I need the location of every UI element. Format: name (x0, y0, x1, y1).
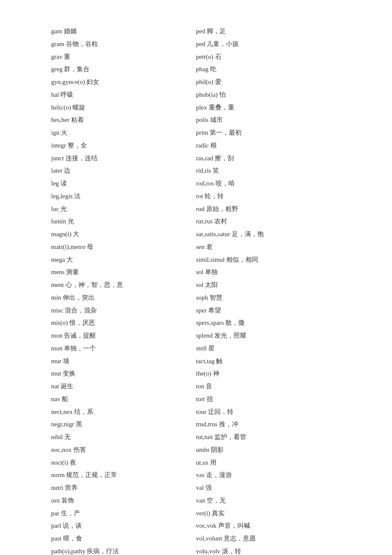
list-item: sen 老 (196, 241, 341, 253)
list-item: phil(o) 爱 (196, 76, 341, 88)
list-item: nutri 营养 (51, 482, 196, 494)
list-item: rot 轮，转 (196, 191, 341, 202)
list-item: nav 船 (51, 393, 196, 405)
list-item: mut 变换 (51, 368, 196, 380)
list-item: radic 根 (196, 140, 341, 152)
list-item: leg 读 (51, 178, 196, 190)
list-item: hes,her 粘着 (51, 114, 196, 126)
list-item: past 喂，食 (51, 533, 196, 545)
list-item: sol 单独 (196, 266, 341, 278)
list-item: van 空，无 (196, 495, 341, 507)
list-item: tut,tuit 监护，看管 (196, 431, 341, 443)
list-item: rid,ris 笑 (196, 165, 341, 177)
list-item: leg,legis 法 (51, 191, 196, 202)
list-item: tour 迂回，转 (196, 406, 341, 418)
list-item: mon 单独，一个 (51, 343, 196, 355)
list-item: vas 走，漫游 (196, 469, 341, 481)
list-item: sol 太阳 (196, 279, 341, 291)
list-item: phob(ia) 怕 (196, 89, 341, 101)
list-item: grav 重 (51, 51, 196, 63)
list-item: tort 扭 (196, 393, 341, 405)
list-item: soph 智慧 (196, 292, 341, 304)
list-item: tact,tag 触 (196, 356, 341, 367)
list-item: petr(o) 石 (196, 51, 341, 63)
left-column: gam 婚姻gram 谷物，谷粒grav 重greg 群，集合gyn,gynce… (51, 26, 196, 555)
list-item: mur 墙 (51, 356, 196, 367)
list-item: later 边 (51, 165, 196, 177)
list-item: mens 测量 (51, 266, 196, 278)
list-item: splend 发光，照耀 (196, 330, 341, 342)
list-item: greg 群，集合 (51, 64, 196, 75)
list-item: mon 告诫，提醒 (51, 330, 196, 342)
list-item: stell 星 (196, 343, 341, 355)
list-item: mega 大 (51, 254, 196, 266)
list-item: rod,ros 咬，啃 (196, 178, 341, 190)
list-item: lumin 光 (51, 216, 196, 228)
list-item: magn(i) 大 (51, 228, 196, 240)
list-item: sat,satis,satur 足，满，饱 (196, 228, 341, 240)
list-item: ign 火 (51, 127, 196, 139)
list-item: ment 心，神，智，思，意 (51, 279, 196, 291)
list-item: plex 重叠，重 (196, 102, 341, 114)
list-item: gam 婚姻 (51, 26, 196, 38)
list-item: volu,volv 滚，转 (196, 546, 341, 555)
list-item: val 强 (196, 482, 341, 494)
list-item: nect,nex 结，系 (51, 406, 196, 418)
list-item: integr 整，全 (51, 140, 196, 152)
list-item: polis 城市 (196, 114, 341, 126)
right-column: ped 脚，足ped 儿童，小孩petr(o) 石phag 吃phil(o) 爱… (196, 26, 341, 555)
list-item: min 伸出，突出 (51, 292, 196, 304)
list-item: hal 呼吸 (51, 89, 196, 101)
list-item: ped 儿童，小孩 (196, 38, 341, 50)
list-item: ut,us 用 (196, 457, 341, 469)
list-item: vol,volunt 意志，意愿 (196, 533, 341, 545)
list-item: the(o) 神 (196, 368, 341, 380)
list-item: misc 混合，混杂 (51, 305, 196, 317)
list-item: trud,trus 推，冲 (196, 419, 341, 431)
list-item: sper 希望 (196, 305, 341, 317)
list-item: luc 光 (51, 203, 196, 215)
list-item: spers,spars 散，撒 (196, 317, 341, 329)
list-item: negr,nigr 黑 (51, 419, 196, 431)
list-item: ped 脚，足 (196, 26, 341, 38)
list-item: junct 连接，连结 (51, 153, 196, 165)
list-item: prim 第一，最初 (196, 127, 341, 139)
list-item: orn 装饰 (51, 495, 196, 507)
list-item: voc,vok 声音，叫喊 (196, 520, 341, 532)
list-item: rur,rus 农村 (196, 216, 341, 228)
list-item: par 生，产 (51, 508, 196, 520)
list-item: gram 谷物，谷粒 (51, 38, 196, 50)
list-item: mis(o) 恨，厌恶 (51, 317, 196, 329)
list-item: phag 吃 (196, 64, 341, 75)
list-item: ver(i) 真实 (196, 508, 341, 520)
list-item: path(o),pathy 疾病，疗法 (51, 546, 196, 555)
list-item: norm 规范，正规，正常 (51, 469, 196, 481)
list-item: ras,rad 擦，刮 (196, 153, 341, 165)
list-item: ton 音 (196, 381, 341, 393)
list-item: noct(i) 夜 (51, 457, 196, 469)
list-item: matr(i),metro 母 (51, 241, 196, 253)
list-item: parl 说，谈 (51, 520, 196, 532)
list-item: rud 原始，粗野 (196, 203, 341, 215)
list-item: umbr 阴影 (196, 444, 341, 456)
list-item: simil,simul 相似，相同 (196, 254, 341, 266)
list-item: helic(o) 螺旋 (51, 102, 196, 114)
list-item: nihil 无 (51, 431, 196, 443)
list-item: gyn,gynce(o) 妇女 (51, 76, 196, 88)
list-item: nat 诞生 (51, 381, 196, 393)
main-content: gam 婚姻gram 谷物，谷粒grav 重greg 群，集合gyn,gynce… (51, 26, 341, 555)
list-item: noc,nox 伤害 (51, 444, 196, 456)
